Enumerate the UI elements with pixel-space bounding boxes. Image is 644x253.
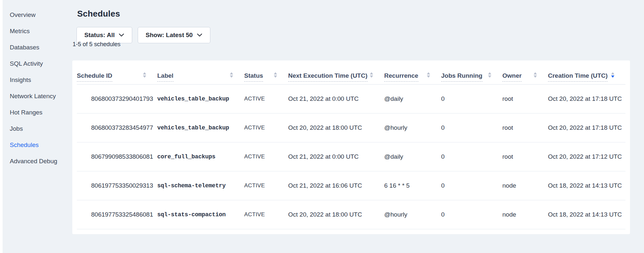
schedule-label-cell: vehicles_table_backup (157, 125, 244, 131)
sort-down-triangle (274, 75, 277, 78)
sort-icon (274, 72, 277, 78)
sidebar-item[interactable]: Network Latency (10, 92, 65, 100)
sort-down-triangle (534, 75, 537, 78)
recurrence-cell: @daily (384, 153, 441, 160)
sort-up-triangle (370, 72, 373, 74)
page-title: Schedules (77, 9, 120, 19)
next-execution-time-cell: Oct 21, 2022 at 0:00 UTC (288, 153, 384, 160)
schedule-label-cell: sql-stats-compaction (157, 211, 244, 218)
sort-up-triangle (143, 72, 146, 74)
sidebar-item[interactable]: Jobs (10, 125, 65, 133)
status-cell: ACTIVE (244, 96, 288, 102)
jobs-running-cell: 0 (441, 211, 502, 218)
owner-cell: node (502, 182, 548, 189)
sidebar-item[interactable]: Metrics (10, 27, 65, 35)
jobs-running-cell: 0 (441, 153, 502, 160)
sort-down-triangle (370, 75, 373, 78)
next-execution-time-cell: Oct 20, 2022 at 18:00 UTC (288, 211, 384, 218)
sidebar: Overview Metrics Databases SQL Activity … (10, 11, 65, 174)
schedule-label-cell: sql-schema-telemetry (157, 182, 244, 189)
owner-cell: node (502, 211, 548, 218)
schedule-id-cell: 806197753350029313 (77, 182, 157, 189)
creation-time-cell: Oct 20, 2022 at 17:18 UTC (548, 95, 625, 102)
table-header-row: Schedule ID Label Status (77, 60, 625, 85)
schedule-id-cell: 806799098533806081 (77, 153, 157, 160)
sort-down-triangle (488, 75, 491, 78)
sort-up-triangle (230, 72, 233, 74)
column-header-label: Status (244, 72, 263, 82)
sort-icon (534, 72, 537, 78)
sort-down-triangle (427, 75, 430, 78)
sort-down-triangle (611, 75, 614, 78)
show-filter-label: Show: Latest 50 (146, 32, 193, 39)
left-edge-strip (0, 0, 3, 253)
owner-cell: root (502, 124, 548, 131)
sort-icon (370, 72, 373, 78)
creation-time-cell: Oct 18, 2022 at 14:13 UTC (548, 211, 625, 218)
sort-icon (427, 72, 430, 78)
table-row: 806197753350029313 sql-schema-telemetry … (77, 171, 625, 200)
sort-up-triangle (427, 72, 430, 74)
sort-up-triangle (534, 72, 537, 74)
status-cell: ACTIVE (244, 211, 288, 218)
sort-down-triangle (230, 75, 233, 78)
sort-up-triangle (488, 72, 491, 74)
schedule-id-cell: 806197753325486081 (77, 211, 157, 218)
column-header-label: Jobs Running (441, 72, 483, 82)
column-header-label: Schedule ID (77, 72, 112, 82)
sidebar-item[interactable]: Insights (10, 76, 65, 84)
schedule-id-cell: 806800373290401793 (77, 95, 157, 102)
jobs-running-cell: 0 (441, 95, 502, 102)
next-execution-time-cell: Oct 20, 2022 at 18:00 UTC (288, 124, 384, 131)
status-cell: ACTIVE (244, 153, 288, 160)
sort-icon (143, 72, 146, 78)
column-header[interactable]: Next Execution Time (UTC) (288, 72, 384, 82)
column-header[interactable]: Creation Time (UTC) (548, 72, 625, 82)
recurrence-cell: @hourly (384, 211, 441, 218)
column-header[interactable]: Label (157, 72, 244, 82)
sort-down-triangle (143, 75, 146, 78)
creation-time-cell: Oct 18, 2022 at 14:13 UTC (548, 182, 625, 189)
column-header[interactable]: Jobs Running (441, 72, 502, 82)
column-header[interactable]: Recurrence (384, 72, 441, 82)
recurrence-cell: @daily (384, 95, 441, 102)
table-row: 806800373290401793 vehicles_table_backup… (77, 85, 625, 113)
sort-icon (488, 72, 491, 78)
owner-cell: root (502, 153, 548, 160)
table-row: 806800373283454977 vehicles_table_backup… (77, 113, 625, 142)
status-cell: ACTIVE (244, 125, 288, 131)
sort-icon (611, 72, 614, 78)
sidebar-item[interactable]: Hot Ranges (10, 109, 65, 116)
owner-cell: root (502, 95, 548, 102)
column-header[interactable]: Schedule ID (77, 72, 157, 82)
next-execution-time-cell: Oct 21, 2022 at 16:06 UTC (288, 182, 384, 189)
column-header[interactable]: Status (244, 72, 288, 82)
creation-time-cell: Oct 20, 2022 at 17:12 UTC (548, 153, 625, 160)
jobs-running-cell: 0 (441, 182, 502, 189)
column-header-label: Label (157, 72, 174, 82)
schedule-label-cell: vehicles_table_backup (157, 96, 244, 102)
chevron-down-icon (197, 33, 202, 37)
column-header-label: Creation Time (UTC) (548, 72, 608, 82)
schedule-id-cell: 806800373283454977 (77, 124, 157, 131)
table-row: 806799098533806081 core_full_backups ACT… (77, 142, 625, 171)
column-header-label: Owner (502, 72, 522, 82)
sidebar-item[interactable]: SQL Activity (10, 60, 65, 68)
sidebar-item[interactable]: Overview (10, 11, 65, 19)
recurrence-cell: 6 16 * * 5 (384, 182, 441, 189)
creation-time-cell: Oct 20, 2022 at 17:18 UTC (548, 124, 625, 131)
jobs-running-cell: 0 (441, 124, 502, 131)
sidebar-item[interactable]: Schedules (10, 141, 65, 149)
status-filter-label: Status: All (84, 32, 115, 39)
show-filter-dropdown[interactable]: Show: Latest 50 (138, 27, 210, 43)
column-header-label: Recurrence (384, 72, 418, 82)
column-header[interactable]: Owner (502, 72, 548, 82)
sort-icon (230, 72, 233, 78)
table-row: 806197753325486081 sql-stats-compaction … (77, 200, 625, 229)
sidebar-item[interactable]: Databases (10, 44, 65, 51)
sidebar-item[interactable]: Advanced Debug (10, 157, 65, 165)
table-body: 806800373290401793 vehicles_table_backup… (77, 85, 625, 229)
schedule-label-cell: core_full_backups (157, 153, 244, 160)
next-execution-time-cell: Oct 21, 2022 at 0:00 UTC (288, 95, 384, 102)
status-cell: ACTIVE (244, 182, 288, 189)
